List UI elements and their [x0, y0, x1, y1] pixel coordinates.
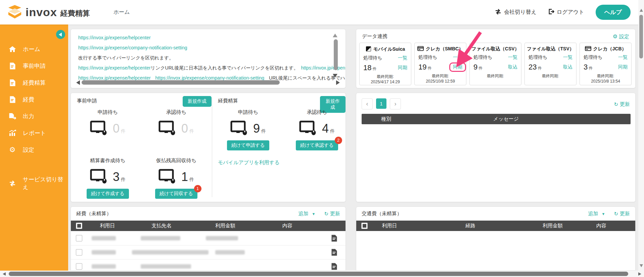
scroll-left-arrow-icon[interactable]: [3, 272, 6, 276]
row-checkbox[interactable]: [76, 235, 82, 241]
notice-line: 改行する事でハイパーリンクを区切れます。: [78, 53, 332, 63]
sidebar-collapse-button[interactable]: [56, 30, 65, 39]
list-link[interactable]: 一覧: [453, 54, 462, 60]
data-link-settings-button[interactable]: ⚙ 設定: [613, 33, 629, 40]
mobile-app-link[interactable]: モバイルアプリを利用する: [218, 159, 280, 166]
import-link[interactable]: 取込: [508, 64, 517, 70]
chevron-left-icon: [59, 33, 62, 37]
scroll-up-arrow-icon[interactable]: [333, 34, 337, 37]
continue-collect-button[interactable]: 続けて回収する1: [155, 189, 197, 199]
sidebar-item-service-switch[interactable]: サービス切り替え: [0, 175, 68, 192]
column-message: メッセージ: [442, 116, 570, 122]
stat-expense-pending: 申請待ち 9件 続けて申請する: [215, 109, 282, 150]
expense-table-header: 利用日 支払先名 利用金額 内容: [71, 221, 346, 231]
advance-request-title: 事前申請: [77, 98, 97, 104]
scroll-down-arrow-icon[interactable]: [333, 74, 337, 78]
page-vertical-scrollbar[interactable]: [638, 0, 644, 271]
continue-create-button[interactable]: 続けて作成する: [87, 189, 129, 199]
sync-link[interactable]: 同期: [618, 64, 628, 70]
select-all-checkbox[interactable]: [361, 223, 368, 229]
row-checkbox[interactable]: [76, 249, 82, 256]
transport-unsettled-panel: 交通費（未精算） 追加 ▼ ↻ 更新 利用日 経路 利用金額 内容: [356, 206, 636, 271]
receipt-document-icon[interactable]: [331, 263, 337, 271]
sync-link-highlight-box: 同期: [449, 62, 466, 72]
divider: [212, 98, 212, 197]
sidebar-item-home[interactable]: ホーム: [0, 41, 68, 57]
row-checkbox[interactable]: [76, 263, 82, 270]
credit-card-icon: [585, 46, 591, 52]
vertical-scrollbar-thumb[interactable]: [334, 39, 338, 70]
monitor-mouse-icon: [90, 121, 107, 137]
datalink-card-creditcard-jcb: クレカ（JCB） 処理待ち一覧 3件同期 最終同期:2025/10/8 13:5…: [580, 43, 632, 85]
column-amount: 利用金額: [195, 223, 256, 229]
notice-link[interactable]: https://invox.jp/expense/company-notific…: [155, 75, 265, 81]
notice-link[interactable]: https://invox.jp/expense/company-notific…: [78, 45, 187, 50]
messages-table-header: 種別 メッセージ: [362, 114, 631, 124]
sync-link[interactable]: 同期: [453, 64, 462, 70]
scroll-down-arrow-icon[interactable]: [640, 264, 643, 267]
messages-refresh-button[interactable]: ↻ 更新: [614, 101, 630, 107]
notification-badge: 2: [335, 137, 342, 144]
select-all-checkbox[interactable]: [76, 223, 82, 229]
nav-home[interactable]: ホーム: [113, 9, 130, 16]
expense-add-button[interactable]: 追加 ▼: [298, 211, 316, 217]
pagination: ‹ 1 ›: [362, 98, 401, 109]
gear-icon: ⚙: [613, 33, 617, 40]
chevron-down-icon: ▼: [312, 212, 316, 216]
advance-new-button[interactable]: 新規作成: [183, 96, 212, 107]
list-link[interactable]: 一覧: [563, 54, 572, 60]
list-link[interactable]: 一覧: [618, 54, 628, 60]
receipt-document-icon[interactable]: [331, 235, 337, 243]
import-link[interactable]: 取込: [563, 64, 572, 70]
next-page-button[interactable]: ›: [390, 98, 401, 109]
sidebar-item-report[interactable]: レポート: [0, 125, 68, 141]
logout-button[interactable]: ログアウト: [548, 8, 584, 16]
credit-card-icon: [417, 46, 424, 52]
company-switch-button[interactable]: 会社切り替え: [495, 9, 537, 16]
current-page-button[interactable]: 1: [376, 98, 386, 109]
brand-name: invox: [26, 6, 57, 19]
transport-unsettled-title: 交通費（未精算）: [362, 211, 402, 217]
stat-expense-approval: 承認待ち 4件 続けて承認する2: [283, 109, 351, 150]
switch-arrows-icon: [495, 9, 502, 16]
sidebar-item-settings[interactable]: ⚙ 設定: [0, 141, 68, 158]
help-button[interactable]: ヘルプ: [596, 5, 631, 20]
sidebar-item-advance-request[interactable]: 事前申請: [0, 57, 68, 74]
horizontal-scrollbar-thumb[interactable]: [82, 80, 280, 85]
continue-approve-button[interactable]: 続けて承認する2: [296, 140, 338, 150]
continue-apply-button[interactable]: 続けて申請する: [227, 140, 269, 150]
notice-link[interactable]: https://invox.jp/expense: [301, 65, 346, 71]
sync-link[interactable]: 同期: [398, 65, 407, 71]
prev-page-button[interactable]: ‹: [362, 98, 373, 109]
horizontal-scrollbar-thumb[interactable]: [9, 272, 628, 276]
blurred-cell: [92, 236, 116, 240]
receipt-document-icon[interactable]: [331, 249, 337, 257]
transport-table-header: 利用日 経路 利用金額 内容: [356, 221, 635, 231]
notice-link[interactable]: https://invox.jp/expense/helpcenter: [78, 35, 151, 40]
notice-link[interactable]: https://invox.jp/expense/helpcenter: [78, 75, 151, 81]
sidebar-item-output[interactable]: 出力: [0, 108, 68, 125]
brand-logo[interactable]: invox 経費精算: [7, 5, 90, 20]
notice-link[interactable]: https://invox.jp/expense/helpcenter: [78, 65, 151, 71]
refresh-icon: ↻: [614, 101, 618, 107]
stat-advance-pending: 申請待ち 0件: [74, 109, 141, 137]
vertical-scrollbar-thumb[interactable]: [639, 15, 643, 58]
sidebar-item-expense[interactable]: 経費: [0, 91, 68, 108]
scroll-up-arrow-icon[interactable]: [640, 9, 643, 12]
list-link[interactable]: 一覧: [398, 55, 407, 61]
column-route: 経路: [407, 223, 534, 229]
list-link[interactable]: 一覧: [508, 54, 517, 60]
suica-icon: [366, 46, 371, 53]
scroll-right-arrow-icon[interactable]: [638, 272, 641, 276]
notice-line: https://invox.jp/expense/helpcenterリンクUR…: [78, 63, 332, 73]
transport-refresh-button[interactable]: ↻ 更新: [614, 211, 630, 217]
transport-add-button[interactable]: 追加 ▼: [588, 211, 605, 217]
sidebar-item-expense-report[interactable]: 経費精算: [0, 74, 68, 91]
scroll-right-arrow-icon[interactable]: [336, 80, 340, 85]
page-horizontal-scrollbar[interactable]: [0, 271, 644, 277]
sidebar: ホーム 事前申請 経費精算 経費 出力: [0, 25, 68, 277]
stat-advance-balance-collect: 仮払残高回収待ち 1件 続けて回収する1: [143, 157, 210, 199]
request-summary-panel: 事前申請 新規作成 経費精算 新規作成 申請待ち 0件 承認待ち 0件 精算書作…: [71, 93, 346, 202]
scroll-left-arrow-icon[interactable]: [76, 80, 80, 85]
expense-refresh-button[interactable]: ↻ 更新: [324, 211, 340, 217]
